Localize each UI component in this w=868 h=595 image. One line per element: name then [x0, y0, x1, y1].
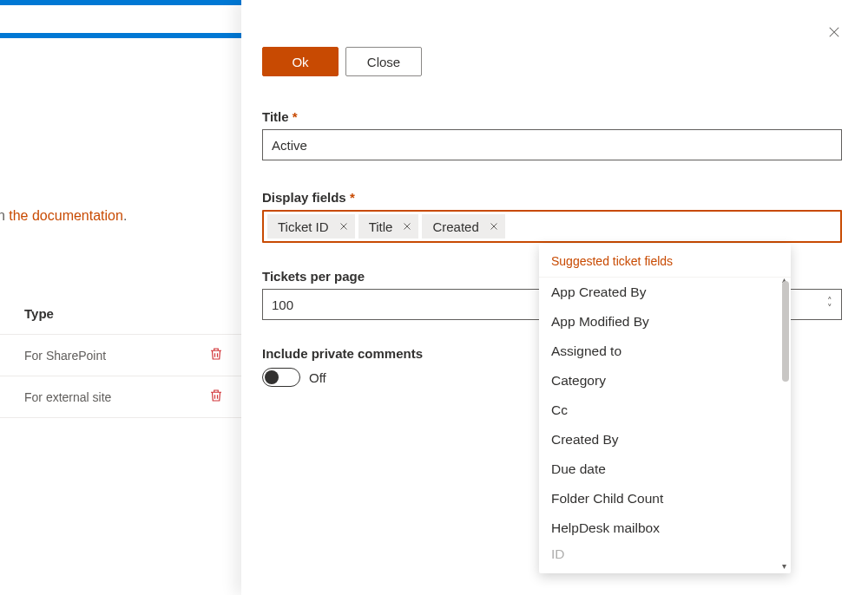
suggestion-item[interactable]: App Created By — [539, 278, 791, 307]
include-comments-toggle[interactable] — [262, 368, 300, 387]
suggestion-item[interactable]: Folder Child Count — [539, 484, 791, 513]
trash-icon[interactable] — [208, 388, 224, 406]
toggle-state-label: Off — [309, 370, 326, 385]
doc-suffix: . — [123, 208, 127, 223]
display-fields-input[interactable]: Ticket ID Title Created — [262, 210, 842, 243]
scrollbar-thumb[interactable] — [782, 281, 789, 382]
table-row: For SharePoint — [0, 335, 241, 376]
close-icon[interactable] — [338, 220, 350, 232]
suggestion-item[interactable]: Due date — [539, 454, 791, 484]
background-table: Type For SharePoint For external site — [0, 298, 241, 418]
per-page-value: 100 — [272, 298, 293, 312]
tag-label: Title — [369, 219, 393, 234]
doc-prefix: n in — [0, 208, 9, 223]
required-asterisk: * — [350, 190, 355, 205]
documentation-link[interactable]: the documentation — [9, 208, 123, 223]
required-asterisk: * — [293, 109, 298, 124]
suggestions-list: App Created By App Modified By Assigned … — [539, 278, 791, 573]
suggestion-item[interactable]: Assigned to — [539, 337, 791, 366]
dialog-button-row: Ok Close — [262, 47, 842, 76]
trash-icon[interactable] — [208, 346, 224, 364]
tag-label: Created — [432, 219, 478, 234]
suggestion-item[interactable]: HelpDesk mailbox — [539, 513, 791, 543]
close-icon[interactable] — [826, 24, 842, 42]
toggle-knob — [265, 370, 279, 384]
table-cell-label: For external site — [24, 390, 111, 404]
display-fields-label-text: Display fields — [262, 190, 346, 205]
tag-title: Title — [358, 214, 419, 239]
close-icon[interactable] — [488, 220, 500, 232]
suggestion-item[interactable]: App Modified By — [539, 307, 791, 337]
chevron-down-icon[interactable]: ˅ — [827, 304, 832, 311]
documentation-sentence: n in the documentation. — [0, 208, 127, 224]
table-row: For external site — [0, 376, 241, 418]
scroll-down-icon[interactable]: ▾ — [779, 561, 789, 572]
title-input[interactable] — [262, 129, 842, 160]
tag-label: Ticket ID — [278, 219, 329, 234]
edit-view-panel: Ok Close Title * Display fields * Ticket… — [241, 0, 868, 595]
suggestions-header: Suggested ticket fields — [539, 244, 791, 278]
stepper-arrows-icon[interactable]: ˄ ˅ — [827, 298, 832, 311]
ok-button[interactable]: Ok — [262, 47, 339, 76]
suggestion-item[interactable]: Category — [539, 366, 791, 396]
suggestion-item[interactable]: Created By — [539, 425, 791, 454]
scrollbar-track[interactable]: ▴ ▾ — [780, 278, 789, 573]
table-header-type: Type — [0, 298, 241, 335]
display-fields-group: Display fields * Ticket ID Title Created — [262, 190, 842, 243]
title-label: Title * — [262, 109, 842, 124]
suggestion-item[interactable]: Cc — [539, 396, 791, 425]
suggestion-item[interactable]: ID — [539, 543, 791, 569]
tag-ticket-id: Ticket ID — [267, 214, 355, 239]
close-icon[interactable] — [401, 220, 413, 232]
close-button[interactable]: Close — [345, 47, 422, 76]
title-group: Title * — [262, 109, 842, 160]
title-label-text: Title — [262, 109, 289, 124]
tag-created: Created — [422, 214, 504, 239]
field-suggestions-dropdown: Suggested ticket fields App Created By A… — [539, 244, 791, 573]
display-fields-label: Display fields * — [262, 190, 842, 205]
table-cell-label: For SharePoint — [24, 349, 106, 363]
